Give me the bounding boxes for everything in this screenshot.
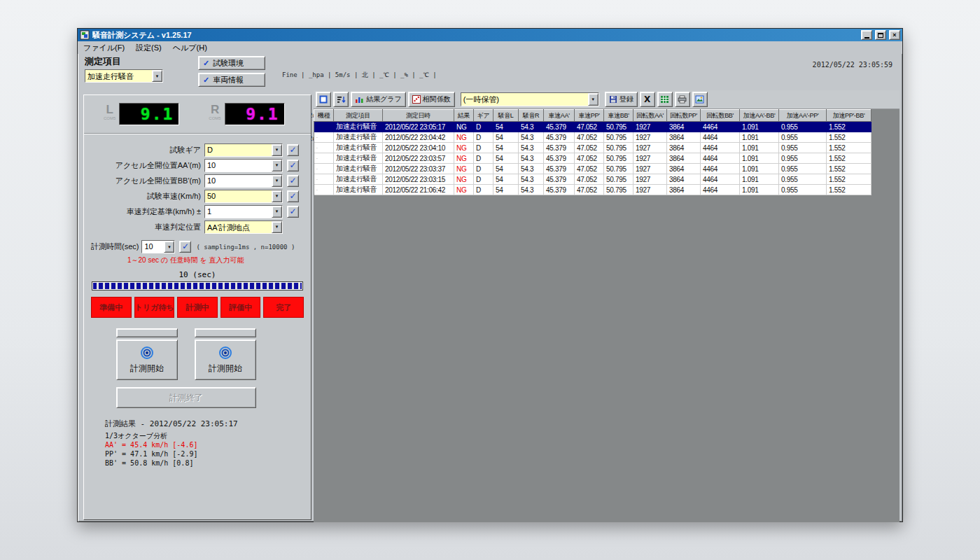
table-cell: 0.955: [779, 164, 827, 174]
table-row[interactable]: ·加速走行騒音2012/05/22 23:03:15NGD5454.345.37…: [314, 174, 872, 185]
status-step: 計測中: [177, 297, 218, 318]
new-record-button[interactable]: [316, 92, 331, 107]
spacer-button-right[interactable]: [195, 328, 256, 337]
table-cell: 54: [493, 174, 519, 185]
menu-item[interactable]: 設定(S): [136, 43, 162, 53]
check-edit-icon: ✓: [203, 59, 209, 67]
setting-combo[interactable]: AA'計測地点 ▼: [204, 220, 283, 234]
chevron-down-icon[interactable]: ▼: [588, 93, 598, 106]
table-cell: ·: [314, 153, 334, 164]
printer-icon: [678, 95, 687, 104]
table-cell: 3864: [667, 185, 701, 195]
table-cell: 3864: [667, 164, 701, 174]
table-cell: 1.552: [827, 185, 872, 195]
menu-item[interactable]: ファイル(F): [83, 43, 125, 53]
setting-combo[interactable]: 1 ▼: [204, 205, 283, 218]
table-cell: 4464: [701, 122, 740, 132]
minimize-button[interactable]: [861, 30, 872, 40]
left-channel-port: COM5: [104, 114, 115, 122]
start-measurement-button-2[interactable]: 計測開始: [195, 340, 256, 380]
save-disk-icon: [609, 95, 617, 104]
table-row[interactable]: ·加速走行騒音2012/05/22 23:04:42NGD5454.345.37…: [314, 132, 872, 143]
setting-value: 10: [205, 175, 272, 187]
table-row[interactable]: ·加速走行騒音2012/05/22 23:04:10NGD5454.345.37…: [314, 143, 872, 153]
measure-item-combo[interactable]: 加速走行騒音 ▼: [85, 69, 163, 83]
column-header[interactable]: 加速AA'-BB': [740, 110, 779, 122]
setting-check-button[interactable]: ✓: [287, 144, 299, 156]
title-bar[interactable]: 騒音計測システム - v1.25.17 ×: [78, 29, 902, 41]
measure-time-combo[interactable]: 10 ▼: [141, 240, 175, 253]
correlation-button[interactable]: 相関係数: [408, 92, 455, 107]
start-measurement-button-1[interactable]: 計測開始: [116, 340, 178, 380]
chevron-down-icon[interactable]: ▼: [272, 160, 282, 172]
table-row[interactable]: ·加速走行騒音2012/05/22 23:03:37NGD5454.345.37…: [314, 164, 872, 174]
chart-icon: [355, 95, 364, 104]
register-button[interactable]: 登録: [605, 92, 638, 107]
excel-export-button[interactable]: [657, 92, 673, 107]
chevron-down-icon[interactable]: ▼: [272, 206, 282, 218]
menu-item[interactable]: ヘルプ(H): [173, 43, 207, 53]
test-environment-button[interactable]: ✓ 試験環境: [198, 56, 265, 70]
column-header[interactable]: 結果: [454, 110, 474, 122]
stop-measurement-button[interactable]: 計測終了: [116, 387, 256, 408]
table-row[interactable]: ·加速走行騒音2012/05/22 21:06:42NGD5454.345.37…: [314, 185, 872, 195]
setting-check-button[interactable]: ✓: [287, 160, 299, 172]
column-header[interactable]: 加速AA'-PP': [779, 110, 827, 122]
column-header[interactable]: 車速PP': [575, 110, 604, 122]
table-cell: 4464: [701, 143, 740, 153]
maximize-button[interactable]: [875, 30, 886, 40]
table-cell: 45.379: [544, 132, 575, 143]
measure-time-check-button[interactable]: ✓: [179, 241, 191, 253]
storage-combo-value: (一時保管): [461, 93, 588, 106]
table-cell: 1927: [634, 143, 667, 153]
storage-combo[interactable]: (一時保管) ▼: [461, 92, 599, 106]
results-toolbar: 結果グラフ 相関係数 (一時保管) ▼: [314, 90, 899, 109]
chevron-down-icon[interactable]: ▼: [272, 190, 282, 202]
setting-check-button[interactable]: ✓: [287, 190, 299, 202]
table-cell: NG: [454, 174, 474, 185]
left-channel-label: L COM5: [104, 106, 115, 122]
chevron-down-icon[interactable]: ▼: [164, 241, 174, 253]
spacer-button-left[interactable]: [116, 328, 178, 337]
left-level-display: 9.1: [119, 103, 179, 125]
close-button[interactable]: ×: [889, 30, 900, 40]
chevron-down-icon[interactable]: ▼: [272, 221, 282, 233]
table-row[interactable]: 加速走行騒音2012/05/22 23:05:17NGD5454.345.379…: [314, 122, 872, 132]
column-header[interactable]: 車速AA': [544, 110, 575, 122]
column-header[interactable]: 回転数AA': [634, 110, 667, 122]
column-header[interactable]: 加速PP'-BB': [827, 110, 872, 122]
column-header[interactable]: 騒音R: [519, 110, 544, 122]
spreadsheet-icon: [660, 95, 669, 104]
table-cell: 3864: [667, 122, 701, 132]
preview-button[interactable]: [692, 92, 708, 107]
column-header[interactable]: 測定日時: [383, 110, 454, 122]
setting-combo[interactable]: D ▼: [204, 144, 283, 157]
setting-combo[interactable]: 10 ▼: [204, 159, 283, 172]
setting-combo[interactable]: 10 ▼: [204, 174, 283, 188]
results-table[interactable]: 機種測定項目測定日時結果ギア騒音L騒音R車速AA'車速PP'車速BB'回転数AA…: [314, 109, 872, 195]
setting-check-button[interactable]: ✓: [287, 175, 299, 187]
chevron-down-icon[interactable]: ▼: [272, 144, 282, 156]
print-button[interactable]: [675, 92, 690, 107]
setting-check-button[interactable]: ✓: [287, 206, 299, 218]
table-row[interactable]: ·加速走行騒音2012/05/22 23:03:57NGD5454.345.37…: [314, 153, 872, 164]
column-header[interactable]: 回転数PP': [667, 110, 701, 122]
table-cell: 2012/05/22 21:06:42: [383, 185, 454, 195]
vehicle-info-button[interactable]: ✓ 車両情報: [198, 73, 265, 87]
column-header[interactable]: 機種: [314, 110, 334, 122]
menu-bar: ファイル(F)設定(S)ヘルプ(H): [78, 41, 902, 54]
column-header[interactable]: ギア: [474, 110, 493, 122]
table-cell: 0.955: [779, 143, 827, 153]
chevron-down-icon[interactable]: ▼: [272, 175, 282, 187]
delete-button[interactable]: X: [640, 92, 655, 107]
setting-combo[interactable]: 50 ▼: [204, 190, 283, 203]
column-header[interactable]: 騒音L: [493, 110, 519, 122]
sort-button[interactable]: [333, 92, 349, 107]
table-cell: 2012/05/22 23:03:57: [383, 153, 454, 164]
column-header[interactable]: 回転数BB': [701, 110, 740, 122]
chevron-down-icon[interactable]: ▼: [152, 70, 162, 82]
result-graph-button[interactable]: 結果グラフ: [351, 92, 406, 107]
table-cell: D: [474, 164, 493, 174]
column-header[interactable]: 測定項目: [334, 110, 383, 122]
column-header[interactable]: 車速BB': [604, 110, 634, 122]
